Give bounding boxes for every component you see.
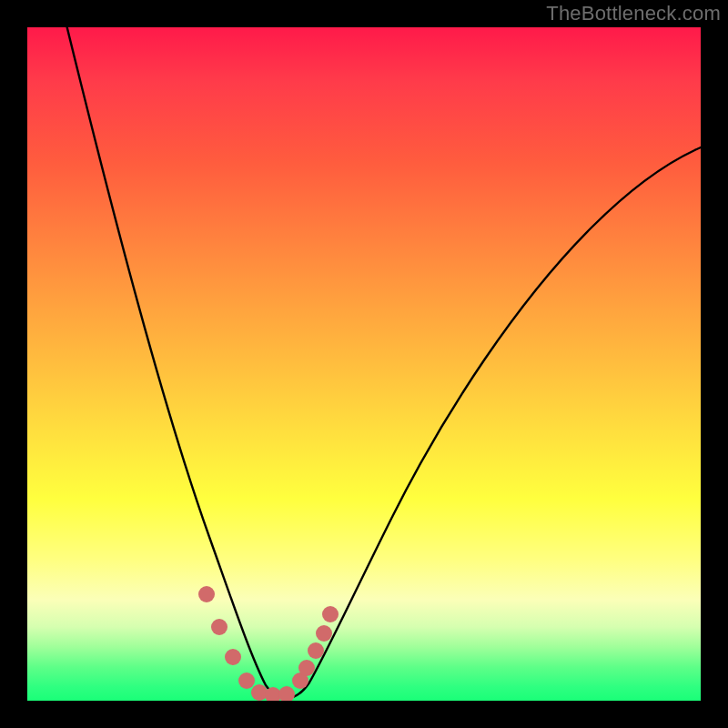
marker-dot: [251, 684, 268, 701]
marker-dot: [308, 642, 324, 659]
marker-dot: [278, 686, 295, 701]
watermark-text: TheBottleneck.com: [546, 2, 721, 25]
marker-group: [198, 586, 339, 701]
marker-dot: [316, 625, 332, 642]
bottleneck-curve: [64, 27, 701, 698]
marker-dot: [211, 619, 228, 635]
marker-dot: [238, 672, 255, 689]
bottleneck-curve-svg: [27, 27, 701, 701]
marker-dot: [198, 586, 215, 602]
marker-dot: [225, 649, 241, 665]
marker-dot: [322, 606, 339, 622]
plot-area: [27, 27, 701, 701]
chart-frame: TheBottleneck.com: [0, 0, 728, 728]
marker-dot: [298, 660, 315, 676]
